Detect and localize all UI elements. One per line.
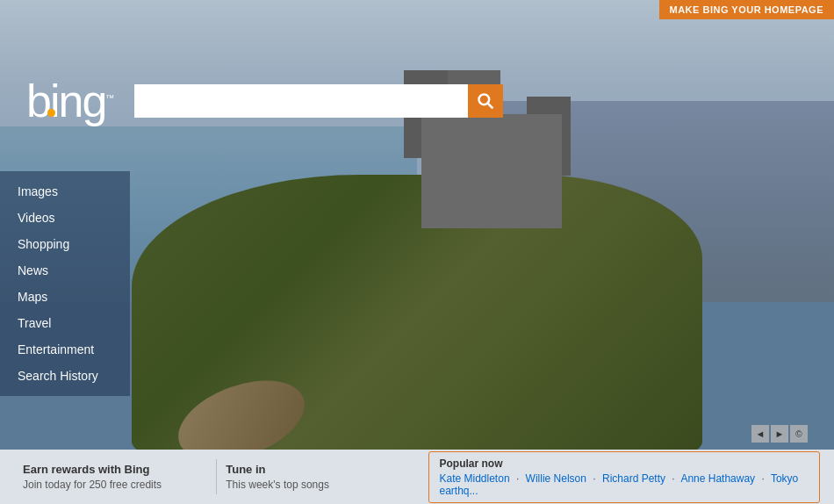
- tunein-title: Tune in: [226, 463, 410, 476]
- nav-search-history[interactable]: Search History: [0, 363, 130, 389]
- dot-sep-1: ·: [516, 472, 519, 485]
- logo-orange-dot: [47, 109, 55, 117]
- search-container: [134, 84, 503, 118]
- search-button[interactable]: [468, 84, 503, 118]
- popular-item-0[interactable]: Kate Middleton: [440, 472, 510, 485]
- rewards-sub: Join today for 250 free credits: [23, 479, 207, 491]
- rewards-title: Earn rewards with Bing: [23, 463, 207, 476]
- castle-body: [421, 114, 562, 228]
- nav-shopping[interactable]: Shopping: [0, 231, 130, 257]
- bottom-bar: Earn rewards with Bing Join today for 25…: [0, 450, 834, 504]
- nav-videos[interactable]: Videos: [0, 205, 130, 231]
- nav-entertainment[interactable]: Entertainment: [0, 336, 130, 363]
- popular-item-3[interactable]: Anne Hathaway: [680, 472, 755, 485]
- tunein-section: Tune in This week's top songs: [217, 463, 419, 491]
- trademark: ™: [105, 93, 112, 103]
- popular-section: Popular now Kate Middleton · Willie Nels…: [428, 451, 821, 503]
- homepage-banner[interactable]: MAKE BING YOUR HOMEPAGE: [659, 0, 835, 19]
- svg-line-1: [488, 104, 493, 109]
- rewards-section: Earn rewards with Bing Join today for 25…: [14, 463, 216, 491]
- popular-items: Kate Middleton · Willie Nelson · Richard…: [440, 472, 809, 497]
- prev-image-button[interactable]: ◄: [751, 425, 769, 443]
- dot-sep-4: ·: [761, 472, 764, 485]
- copyright-button[interactable]: ©: [790, 425, 808, 443]
- svg-point-0: [479, 95, 490, 105]
- popular-title: Popular now: [440, 457, 809, 470]
- header: bing™: [0, 75, 834, 127]
- nav-maps[interactable]: Maps: [0, 284, 130, 310]
- next-image-button[interactable]: ►: [771, 425, 788, 443]
- logo-n: n: [58, 76, 82, 126]
- nav-news[interactable]: News: [0, 257, 130, 284]
- search-icon: [477, 92, 494, 110]
- tunein-sub: This week's top songs: [226, 479, 410, 491]
- logo-b: b: [26, 76, 50, 126]
- popular-item-1[interactable]: Willie Nelson: [526, 472, 586, 485]
- image-nav: ◄ ► ©: [751, 425, 808, 443]
- left-nav: Images Videos Shopping News Maps Travel …: [0, 171, 130, 396]
- nav-images[interactable]: Images: [0, 178, 130, 205]
- logo-g: g: [82, 76, 105, 126]
- nav-travel[interactable]: Travel: [0, 310, 130, 336]
- dot-sep-3: ·: [672, 472, 674, 485]
- dot-sep-2: ·: [593, 472, 595, 485]
- popular-item-2[interactable]: Richard Petty: [602, 472, 665, 485]
- bing-logo: bing™: [26, 75, 112, 127]
- search-input[interactable]: [134, 84, 468, 118]
